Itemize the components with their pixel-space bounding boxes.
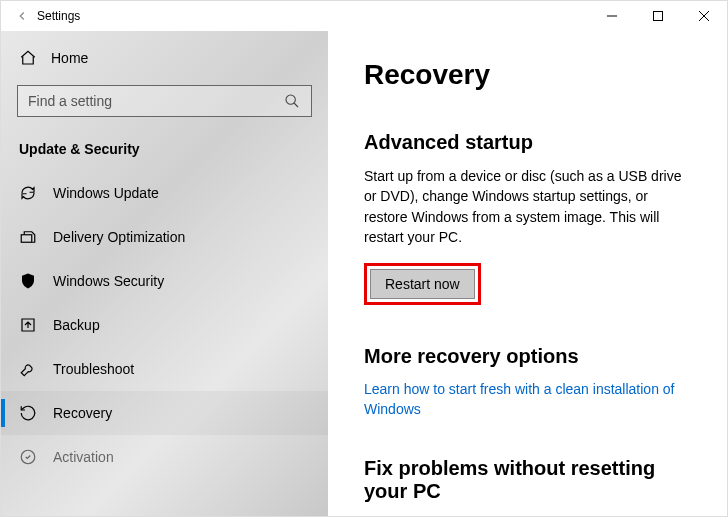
back-icon[interactable] — [13, 7, 31, 25]
advanced-startup-desc: Start up from a device or disc (such as … — [364, 166, 691, 247]
main-content: Recovery Advanced startup Start up from … — [328, 31, 727, 516]
restart-now-highlight: Restart now — [364, 263, 481, 305]
shield-icon — [19, 272, 37, 290]
home-icon — [19, 49, 37, 67]
sidebar-item-windows-security[interactable]: Windows Security — [1, 259, 328, 303]
advanced-startup-heading: Advanced startup — [364, 131, 691, 154]
restart-now-button[interactable]: Restart now — [370, 269, 475, 299]
sidebar-item-label: Recovery — [53, 405, 112, 421]
sidebar-item-label: Delivery Optimization — [53, 229, 185, 245]
minimize-button[interactable] — [589, 1, 635, 31]
sidebar-item-windows-update[interactable]: Windows Update — [1, 171, 328, 215]
sidebar-item-label: Activation — [53, 449, 114, 465]
sync-icon — [19, 184, 37, 202]
backup-icon — [19, 316, 37, 334]
sidebar-item-delivery-optimization[interactable]: Delivery Optimization — [1, 215, 328, 259]
recovery-icon — [19, 404, 37, 422]
sidebar: Home Update & Security Windows Update — [1, 31, 328, 516]
more-recovery-heading: More recovery options — [364, 345, 691, 368]
sidebar-item-label: Windows Security — [53, 273, 164, 289]
sidebar-item-backup[interactable]: Backup — [1, 303, 328, 347]
start-fresh-link[interactable]: Learn how to start fresh with a clean in… — [364, 380, 691, 419]
svg-rect-2 — [21, 235, 32, 243]
sidebar-item-label: Troubleshoot — [53, 361, 134, 377]
sidebar-item-label: Backup — [53, 317, 100, 333]
fix-problems-heading: Fix problems without resetting your PC — [364, 457, 691, 503]
search-icon — [283, 92, 301, 110]
activation-icon — [19, 448, 37, 466]
home-label: Home — [51, 50, 88, 66]
wrench-icon — [19, 360, 37, 378]
close-button[interactable] — [681, 1, 727, 31]
svg-rect-0 — [654, 12, 663, 21]
svg-point-1 — [286, 95, 295, 104]
category-heading: Update & Security — [1, 135, 328, 171]
delivery-icon — [19, 228, 37, 246]
sidebar-item-label: Windows Update — [53, 185, 159, 201]
window-title: Settings — [37, 9, 80, 23]
home-link[interactable]: Home — [1, 39, 328, 77]
titlebar: Settings — [1, 1, 727, 31]
sidebar-item-recovery[interactable]: Recovery — [1, 391, 328, 435]
search-input[interactable] — [28, 93, 283, 109]
search-box[interactable] — [17, 85, 312, 117]
sidebar-item-activation[interactable]: Activation — [1, 435, 328, 479]
page-title: Recovery — [364, 59, 691, 91]
sidebar-item-troubleshoot[interactable]: Troubleshoot — [1, 347, 328, 391]
maximize-button[interactable] — [635, 1, 681, 31]
